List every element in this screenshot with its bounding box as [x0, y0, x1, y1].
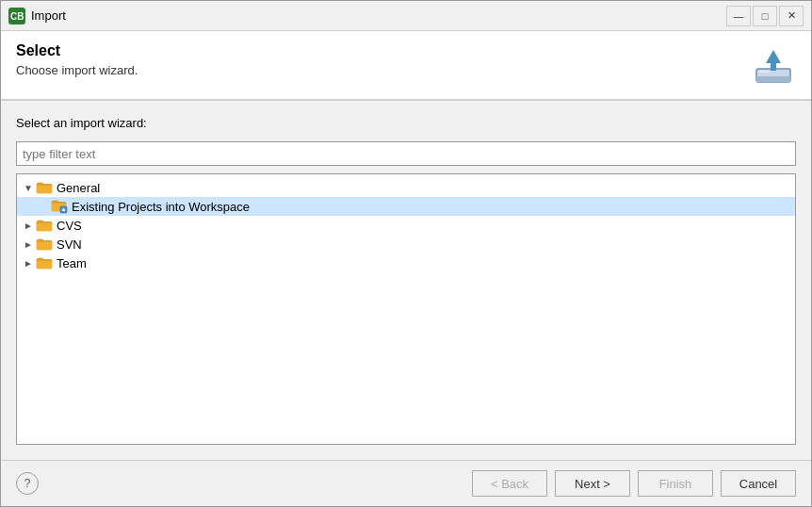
import-window: CB Import — □ ✕ Select Choose import wiz…	[0, 0, 812, 507]
next-button[interactable]: Next >	[555, 470, 630, 497]
tree-label-team: Team	[57, 256, 87, 270]
folder-svn-icon	[36, 237, 53, 252]
tree-label-existing-projects: Existing Projects into Workspace	[72, 200, 250, 214]
tree-item-svn[interactable]: ► SVN	[17, 235, 795, 254]
toggle-cvs[interactable]: ►	[21, 221, 36, 231]
tree-container[interactable]: ▼ General	[16, 173, 796, 445]
folder-general-icon	[36, 180, 53, 195]
tree-item-general[interactable]: ▼ General	[17, 178, 795, 197]
help-button[interactable]: ?	[16, 472, 39, 495]
maximize-button[interactable]: □	[753, 6, 777, 26]
folder-cvs-icon	[36, 218, 53, 233]
tree-item-team[interactable]: ► Team	[17, 254, 795, 272]
app-icon: CB	[8, 8, 25, 25]
header-subtitle: Choose import wizard.	[16, 63, 751, 77]
import-icon	[751, 42, 796, 88]
tree-label-general: General	[57, 181, 100, 195]
help-icon: ?	[24, 477, 31, 490]
close-button[interactable]: ✕	[779, 6, 804, 26]
finish-button[interactable]: Finish	[638, 470, 713, 497]
tree-item-cvs[interactable]: ► CVS	[17, 216, 795, 235]
svg-rect-5	[758, 71, 770, 73]
folder-team-icon	[36, 255, 53, 270]
wizard-label: Select an import wizard:	[16, 116, 796, 130]
tree-label-cvs: CVS	[57, 219, 82, 233]
minimize-button[interactable]: —	[726, 6, 751, 26]
svg-text:CB: CB	[10, 11, 24, 22]
footer: ? < Back Next > Finish Cancel	[1, 460, 811, 506]
cancel-button[interactable]: Cancel	[721, 470, 796, 497]
tree-item-existing-projects[interactable]: Existing Projects into Workspace	[17, 197, 795, 216]
svg-marker-4	[766, 50, 781, 71]
toggle-general[interactable]: ▼	[21, 183, 36, 193]
window-controls: — □ ✕	[726, 6, 804, 26]
filter-input[interactable]	[16, 141, 796, 166]
toggle-team[interactable]: ►	[21, 258, 36, 269]
title-bar: CB Import — □ ✕	[1, 1, 811, 31]
back-button[interactable]: < Back	[472, 470, 547, 497]
tree-label-svn: SVN	[57, 237, 82, 252]
header-text: Select Choose import wizard.	[16, 42, 751, 77]
svg-rect-3	[756, 76, 790, 82]
projects-icon	[51, 199, 68, 214]
header-title: Select	[16, 42, 751, 59]
header-section: Select Choose import wizard.	[1, 31, 811, 101]
main-content: Select an import wizard: ▼ General	[1, 101, 811, 460]
toggle-svn[interactable]: ►	[21, 239, 36, 250]
window-title: Import	[31, 8, 726, 23]
